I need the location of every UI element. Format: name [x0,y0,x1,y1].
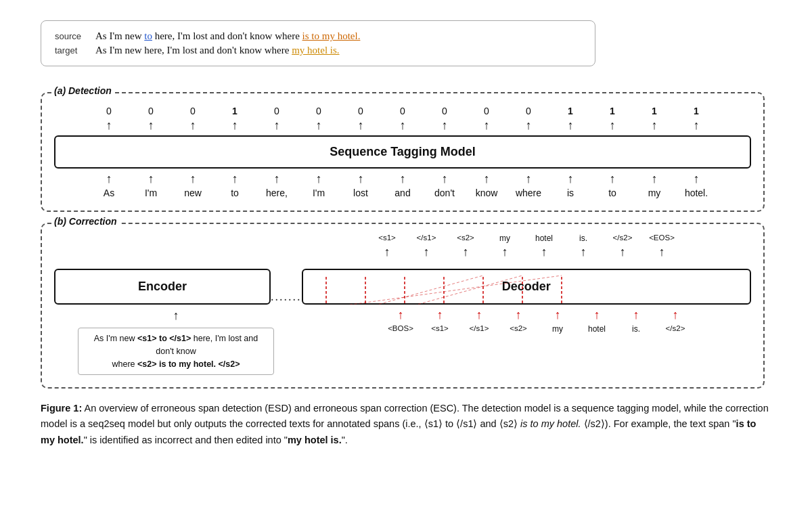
decoder-top-arrows: ↑ ↑ ↑ ↑ ↑ ↑ ↑ ↑ [367,246,681,259]
token-my: my [633,187,675,198]
arrow-down-11: ↑ [549,173,591,185]
detection-numbers-row: 0 0 0 1 0 0 0 0 0 0 0 1 1 1 1 [54,106,751,116]
dec-bot-s2-close: </s2> [656,324,695,334]
arrow-up-10: ↑ [508,119,549,131]
arrow-down-10: ↑ [508,173,549,185]
arrow-up-5: ↑ [298,119,340,131]
arrow-down-2: ↑ [172,173,214,185]
num-9: 0 [466,106,508,116]
dec-arr-bot-5: ↑ [577,309,616,322]
dec-arr-bot-0: ↑ [381,309,420,322]
bottom-row: ↑ As I'm new <s1> to </s1> here, I'm los… [54,307,751,375]
dec-arr-bot-4: ↑ [538,309,577,322]
dots-connector: ....... [271,289,302,305]
dec-arr-top-6: ↑ [603,246,642,259]
arrow-up-4: ↑ [256,119,298,131]
arrow-up-6: ↑ [340,119,382,131]
token-lost: lost [340,187,382,198]
arrows-from-model: ↑ ↑ ↑ ↑ ↑ ↑ ↑ ↑ ↑ ↑ ↑ ↑ ↑ ↑ ↑ [54,173,751,185]
dec-arr-bot-7: ↑ [656,309,695,322]
dec-bot-my: my [538,324,577,334]
arrow-down-4: ↑ [256,173,298,185]
dec-top-is: is. [564,234,603,243]
encoder-side: Encoder [54,269,271,305]
arrow-up-11: ↑ [549,119,591,131]
num-13: 1 [633,106,675,116]
num-11: 1 [549,106,591,116]
dec-arr-bot-3: ↑ [499,309,538,322]
dec-top-s2: <s2> [446,234,485,243]
dec-bot-is: is. [616,324,656,334]
arrow-down-9: ↑ [466,173,508,185]
dec-arr-top-3: ↑ [485,246,524,259]
num-5: 0 [298,106,340,116]
decoder-box: Decoder [302,269,752,305]
decoder-inner: Decoder [302,269,752,305]
dec-arr-top-7: ↑ [642,246,681,259]
figure-caption: Figure 1: An overview of erroneous span … [41,401,771,448]
target-label: target [55,45,95,56]
arrow-up-8: ↑ [424,119,466,131]
dec-bot-bos: <BOS> [381,324,420,334]
token-dont: don't [424,187,466,198]
decoder-top-tokens-row: <s1> </s1> <s2> my hotel is. </s2> <EOS> [367,234,681,243]
dec-arr-top-0: ↑ [367,246,407,259]
encoder-bottom: ↑ As I'm new <s1> to </s1> here, I'm los… [54,307,298,375]
token-and: and [382,187,424,198]
arrow-down-13: ↑ [633,173,675,185]
enc-dec-row: Encoder ....... [54,269,751,305]
dec-top-eos: <EOS> [642,234,681,243]
num-1: 0 [130,106,172,116]
token-know: know [466,187,508,198]
token-im: I'm [130,187,172,198]
num-8: 0 [424,106,466,116]
decoder-side: Decoder [302,269,752,305]
arrow-up-1: ↑ [130,119,172,131]
arrow-down-8: ↑ [424,173,466,185]
dec-bot-s1: <s1> [420,324,459,334]
token-as: As [88,187,130,198]
encoder-arrow: ↑ [173,309,179,322]
dots-spacer [298,307,325,375]
num-14: 1 [675,106,717,116]
diagram-wrapper: (a) Detection 0 0 0 1 0 0 0 0 0 0 0 1 1 … [41,92,765,389]
arrow-up-2: ↑ [172,119,214,131]
token-hotel: hotel. [675,187,717,198]
arrow-up-0: ↑ [88,119,130,131]
arrow-down-14: ↑ [675,173,717,185]
target-text-main: As I'm new here, I'm lost and don't know… [95,45,292,56]
num-6: 0 [340,106,382,116]
dec-arr-top-2: ↑ [446,246,485,259]
decoder-bottom-tokens-row: <BOS> <s1> </s1> <s2> my hotel is. </s2> [381,324,695,334]
source-to-link: to [144,30,152,41]
correction-label: (b) Correction [51,216,120,227]
target-row: target As I'm new here, I'm lost and don… [55,45,581,56]
token-im2: I'm [298,187,340,198]
dec-top-hotel: hotel [524,234,564,243]
source-target-box: source As I'm new to here, I'm lost and … [41,20,595,66]
num-7: 0 [382,106,424,116]
source-end-link: is to my hotel. [302,30,361,41]
dec-bot-hotel: hotel [577,324,616,334]
num-0: 0 [88,106,130,116]
encoder-label: Encoder [138,280,187,293]
decoder-label: Decoder [502,280,551,293]
arrow-down-1: ↑ [130,173,172,185]
num-2: 0 [172,106,214,116]
arrow-down-6: ↑ [340,173,382,185]
decoder-bottom-arrows: ↑ ↑ ↑ ↑ ↑ ↑ ↑ ↑ [381,309,695,322]
arrow-up-13: ↑ [633,119,675,131]
source-text-before-to: As I'm new [95,30,144,41]
token-to: to [214,187,256,198]
caption-text: An overview of erroneous span detection … [41,403,769,445]
dec-arr-top-5: ↑ [564,246,603,259]
dec-bot-s1-close: </s1> [459,324,499,334]
dec-arr-bot-1: ↑ [420,309,459,322]
correction-box: (b) Correction <s1> </s1> <s2> my hotel … [41,223,765,389]
arrows-into-model: ↑ ↑ ↑ ↑ ↑ ↑ ↑ ↑ ↑ ↑ ↑ ↑ ↑ ↑ ↑ [54,119,751,131]
correction-full-row: <s1> </s1> <s2> my hotel is. </s2> <EOS>… [54,234,751,263]
arrow-up-14: ↑ [675,119,717,131]
source-row: source As I'm new to here, I'm lost and … [55,30,581,42]
arrow-down-0: ↑ [88,173,130,185]
token-to2: to [591,187,633,198]
